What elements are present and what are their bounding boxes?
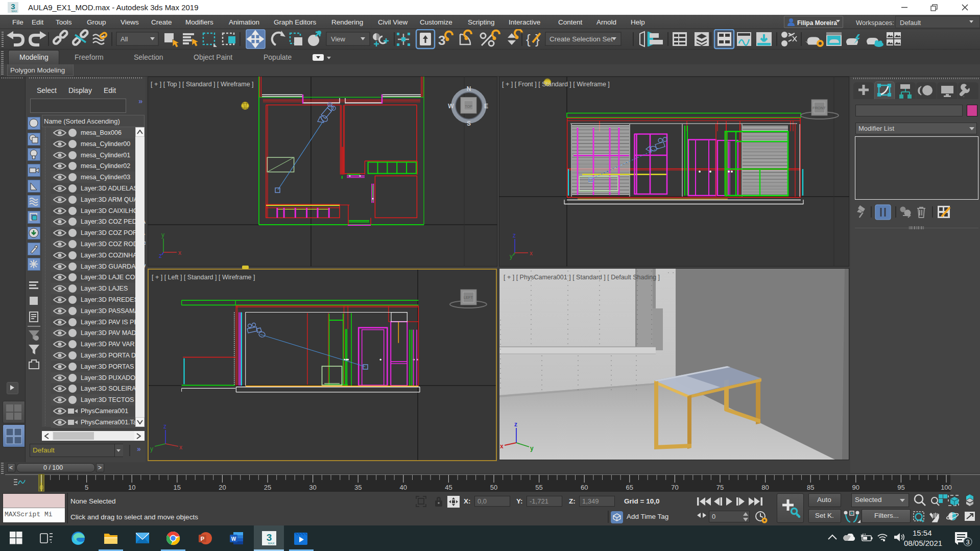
svg-text:LEFT: LEFT — [464, 295, 473, 300]
svg-text:5: 5 — [85, 484, 88, 491]
svg-text:10: 10 — [128, 484, 135, 491]
svg-text:3: 3 — [966, 538, 969, 546]
svg-text:y: y — [161, 231, 164, 238]
svg-text:95: 95 — [897, 484, 904, 491]
svg-text:70: 70 — [671, 484, 678, 491]
svg-text:45: 45 — [445, 484, 452, 491]
svg-text:0: 0 — [39, 484, 43, 491]
svg-text:65: 65 — [626, 484, 633, 491]
svg-text:Create Selection Set: Create Selection Set — [549, 35, 613, 43]
svg-text:25: 25 — [264, 484, 271, 491]
svg-text:View: View — [331, 35, 346, 43]
svg-text:90: 90 — [852, 484, 859, 491]
svg-text:15: 15 — [174, 484, 181, 491]
svg-text:z: z — [513, 232, 516, 239]
svg-text:S: S — [467, 120, 471, 127]
svg-text:W: W — [448, 103, 454, 110]
svg-text:MAX: MAX — [12, 10, 18, 13]
svg-text:All: All — [121, 35, 128, 43]
svg-text:MAX: MAX — [268, 542, 274, 545]
svg-text:20: 20 — [219, 484, 226, 491]
svg-text:y: y — [530, 445, 534, 452]
svg-text:TOP: TOP — [465, 105, 472, 108]
svg-text:y: y — [510, 253, 513, 260]
svg-text:x: x — [500, 443, 504, 450]
svg-text:W: W — [231, 536, 236, 542]
svg-text:85: 85 — [807, 484, 814, 491]
svg-text:30: 30 — [309, 484, 316, 491]
svg-text:x: x — [179, 444, 182, 451]
svg-text:55: 55 — [535, 484, 542, 491]
svg-text:z: z — [159, 252, 162, 259]
svg-text:75: 75 — [716, 484, 724, 491]
svg-text:x: x — [178, 249, 181, 256]
svg-text:100: 100 — [941, 484, 952, 491]
svg-text:80: 80 — [761, 484, 769, 491]
svg-text:60: 60 — [581, 484, 588, 491]
svg-text:z: z — [514, 421, 517, 428]
svg-text:N: N — [467, 85, 471, 92]
svg-text:50: 50 — [490, 484, 497, 491]
svg-text:y: y — [150, 445, 153, 452]
svg-text:x: x — [530, 250, 533, 257]
svg-text:35: 35 — [354, 484, 362, 491]
svg-text:40: 40 — [400, 484, 407, 491]
svg-text:{: { — [526, 32, 531, 47]
svg-text:E: E — [484, 103, 488, 110]
svg-text:z: z — [163, 423, 166, 430]
svg-text:3: 3 — [267, 532, 272, 543]
svg-text:P: P — [201, 536, 204, 542]
svg-text:FRONT: FRONT — [812, 106, 826, 110]
